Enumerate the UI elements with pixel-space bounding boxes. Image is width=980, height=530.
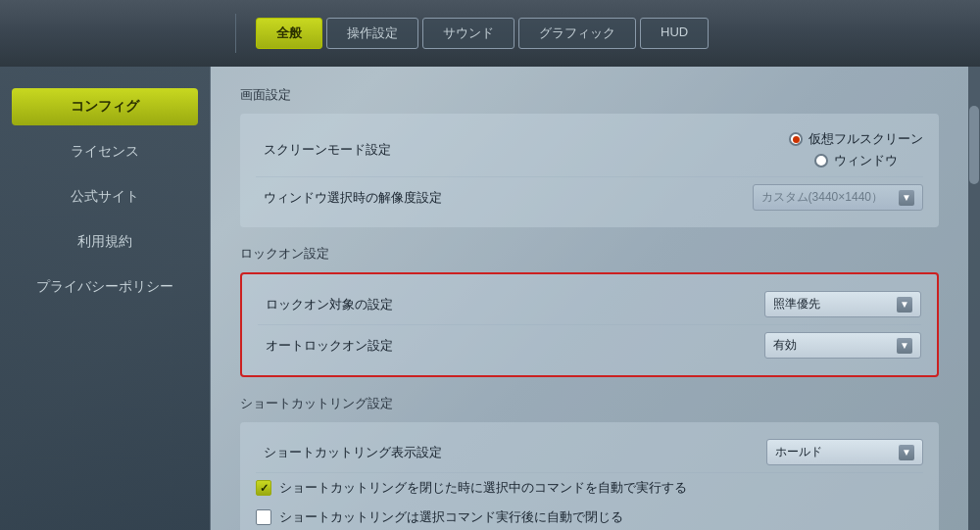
section-title-screen-settings: 画面設定: [240, 86, 939, 104]
dropdown-arrow-icon[interactable]: ▼: [899, 445, 914, 460]
sidebar-item-利用規約[interactable]: 利用規約: [12, 223, 198, 261]
tab-サウンド[interactable]: サウンド: [422, 18, 514, 49]
checkbox-box[interactable]: ✓: [256, 480, 271, 496]
setting-label: オートロックオン設定: [258, 337, 764, 355]
checkbox-box[interactable]: [256, 509, 271, 525]
radio-label: ウィンドウ: [834, 152, 898, 169]
radio-circle[interactable]: [789, 132, 803, 146]
radio-option-ウィンドウ[interactable]: ウィンドウ: [814, 152, 898, 169]
dropdown-arrow-icon[interactable]: ▼: [897, 338, 912, 354]
setting-row-0: スクリーンモード設定仮想フルスクリーンウィンドウ: [256, 123, 923, 177]
setting-row-dropdown-1: ウィンドウ選択時の解像度設定カスタム(3440×1440）▼: [256, 177, 923, 217]
tabs-container: 全般操作設定サウンドグラフィックHUD: [256, 18, 709, 49]
section-shortcut-settings: ショートカットリング設定ショートカットリング表示設定ホールド▼✓ショートカットリ…: [240, 395, 939, 530]
section-content-screen-settings: スクリーンモード設定仮想フルスクリーンウィンドウウィンドウ選択時の解像度設定カス…: [240, 114, 939, 227]
main-area: コンフィグライセンス公式サイト利用規約プライバシーポリシー 画面設定スクリーンモ…: [0, 67, 980, 530]
section-lockon-settings: ロックオン設定ロックオン対象の設定照準優先▼オートロックオン設定有効▼: [240, 245, 939, 377]
checkbox-label: ショートカットリングを閉じた時に選択中のコマンドを自動で実行する: [279, 479, 687, 497]
header-divider: [235, 14, 236, 53]
sidebar-item-ライセンス[interactable]: ライセンス: [12, 133, 198, 170]
setting-row-dropdown-0: ロックオン対象の設定照準優先▼: [258, 284, 921, 325]
setting-label: ウィンドウ選択時の解像度設定: [256, 189, 753, 207]
setting-row-dropdown-0: ショートカットリング表示設定ホールド▼: [256, 432, 923, 473]
dropdown: カスタム(3440×1440）▼: [753, 184, 923, 211]
setting-label: ショートカットリング表示設定: [256, 444, 766, 461]
sidebar: コンフィグライセンス公式サイト利用規約プライバシーポリシー: [0, 67, 211, 530]
dropdown[interactable]: 有効▼: [764, 332, 921, 359]
setting-label: スクリーンモード設定: [256, 141, 789, 159]
tab-HUD[interactable]: HUD: [640, 18, 709, 49]
tab-操作設定[interactable]: 操作設定: [326, 18, 418, 49]
tab-グラフィック[interactable]: グラフィック: [518, 18, 636, 49]
scrollbar-thumb[interactable]: [969, 106, 979, 184]
scrollbar-track[interactable]: [968, 67, 980, 530]
dropdown-text: ホールド: [775, 444, 883, 460]
dropdown-arrow-icon[interactable]: ▼: [897, 297, 912, 313]
section-screen-settings: 画面設定スクリーンモード設定仮想フルスクリーンウィンドウウィンドウ選択時の解像度…: [240, 86, 939, 227]
radio-circle[interactable]: [814, 154, 828, 168]
checkbox-row-1[interactable]: ✓ショートカットリングを閉じた時に選択中のコマンドを自動で実行する: [256, 473, 923, 503]
sidebar-item-公式サイト[interactable]: 公式サイト: [12, 178, 198, 216]
tab-全般[interactable]: 全般: [256, 18, 322, 49]
radio-option-仮想フルスクリーン[interactable]: 仮想フルスクリーン: [789, 130, 923, 148]
dropdown-text: 照準優先: [773, 296, 881, 313]
header: 全般操作設定サウンドグラフィックHUD: [0, 0, 980, 67]
dropdown-text: 有効: [773, 337, 881, 354]
checkbox-row-2[interactable]: ショートカットリングは選択コマンド実行後に自動で閉じる: [256, 503, 923, 530]
checkbox-label: ショートカットリングは選択コマンド実行後に自動で閉じる: [279, 508, 623, 526]
dropdown-arrow-icon[interactable]: ▼: [899, 190, 914, 206]
checkbox-check-icon: ✓: [260, 482, 269, 495]
dropdown[interactable]: 照準優先▼: [764, 291, 921, 317]
section-title-shortcut-settings: ショートカットリング設定: [240, 395, 939, 412]
sidebar-item-コンフィグ[interactable]: コンフィグ: [12, 88, 198, 125]
section-content-lockon-settings: ロックオン対象の設定照準優先▼オートロックオン設定有効▼: [240, 272, 939, 377]
section-title-lockon-settings: ロックオン設定: [240, 245, 939, 263]
radio-label: 仮想フルスクリーン: [808, 130, 923, 148]
dropdown[interactable]: ホールド▼: [766, 439, 923, 465]
dropdown-text: カスタム(3440×1440）: [761, 189, 883, 206]
setting-row-dropdown-1: オートロックオン設定有効▼: [258, 325, 921, 365]
radio-group: 仮想フルスクリーンウィンドウ: [789, 130, 923, 169]
content-panel: 画面設定スクリーンモード設定仮想フルスクリーンウィンドウウィンドウ選択時の解像度…: [211, 67, 968, 530]
section-content-shortcut-settings: ショートカットリング表示設定ホールド▼✓ショートカットリングを閉じた時に選択中の…: [240, 422, 939, 530]
sidebar-item-プライバシーポリシー[interactable]: プライバシーポリシー: [12, 268, 198, 306]
setting-label: ロックオン対象の設定: [258, 296, 764, 313]
